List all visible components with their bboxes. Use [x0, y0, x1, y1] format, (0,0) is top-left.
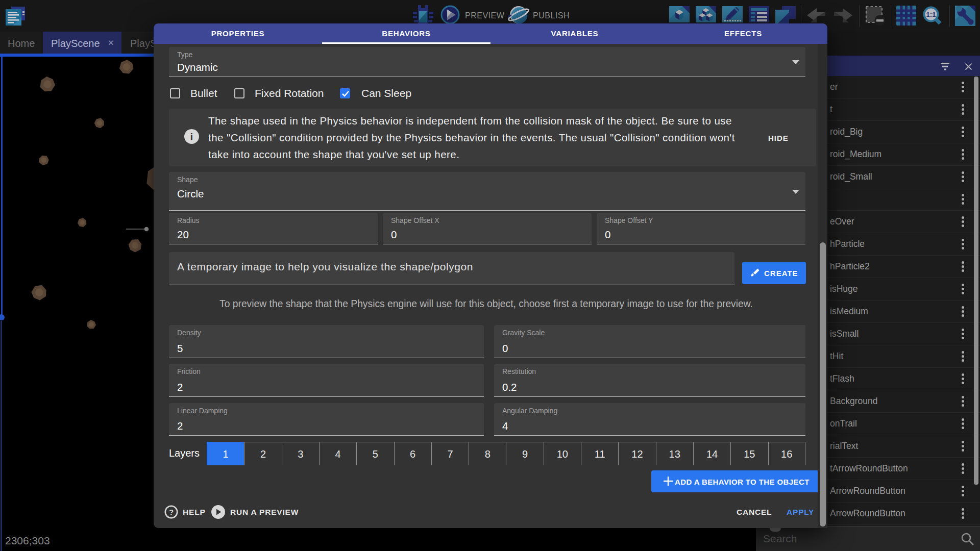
svg-text:?: ? [169, 508, 174, 516]
svg-text:1:1: 1:1 [926, 11, 936, 18]
